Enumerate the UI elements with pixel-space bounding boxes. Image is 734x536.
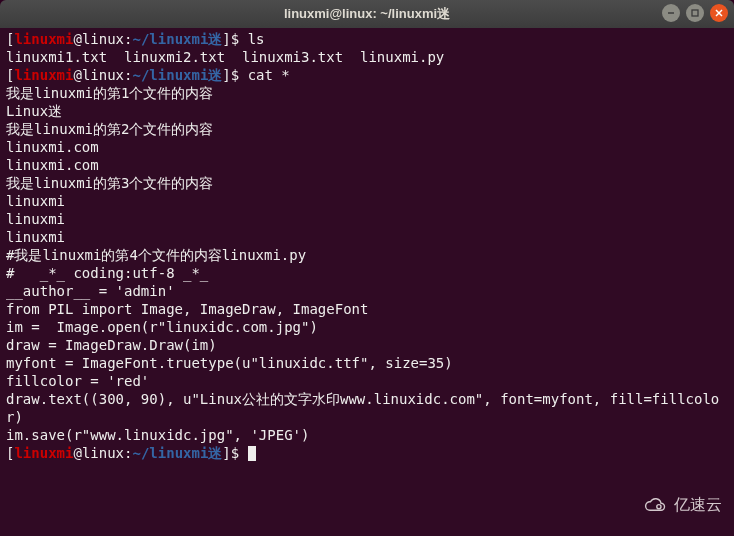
output-line: im = Image.open(r"linuxidc.com.jpg")	[6, 318, 728, 336]
output-line: 我是linuxmi的第1个文件的内容	[6, 84, 728, 102]
output-line: draw = ImageDraw.Draw(im)	[6, 336, 728, 354]
command-text: cat *	[248, 67, 290, 83]
command-text: ls	[248, 31, 265, 47]
prompt-line: [linuxmi@linux:~/linuxmi迷]$ ls	[6, 30, 728, 48]
watermark: 亿速云	[640, 495, 722, 516]
output-line: linuxmi.com	[6, 138, 728, 156]
titlebar: linuxmi@linux: ~/linuxmi迷	[0, 0, 734, 28]
output-line: linuxmi	[6, 228, 728, 246]
maximize-button[interactable]	[686, 4, 704, 22]
output-line: linuxmi	[6, 210, 728, 228]
window-title: linuxmi@linux: ~/linuxmi迷	[284, 5, 450, 23]
terminal-body[interactable]: [linuxmi@linux:~/linuxmi迷]$ lslinuxmi1.t…	[0, 28, 734, 536]
output-line: draw.text((300, 90), u"Linux公社的文字水印www.l…	[6, 390, 728, 426]
output-line: linuxmi1.txt linuxmi2.txt linuxmi3.txt l…	[6, 48, 728, 66]
output-line: 我是linuxmi的第2个文件的内容	[6, 120, 728, 138]
svg-rect-1	[692, 10, 698, 16]
output-line: Linux迷	[6, 102, 728, 120]
output-line: #我是linuxmi的第4个文件的内容linuxmi.py	[6, 246, 728, 264]
output-line: __author__ = 'admin'	[6, 282, 728, 300]
prompt-line: [linuxmi@linux:~/linuxmi迷]$	[6, 444, 728, 462]
output-line: linuxmi	[6, 192, 728, 210]
cloud-icon	[640, 497, 668, 515]
svg-point-4	[657, 504, 661, 508]
output-line: myfont = ImageFont.truetype(u"linuxidc.t…	[6, 354, 728, 372]
output-line: linuxmi.com	[6, 156, 728, 174]
minimize-button[interactable]	[662, 4, 680, 22]
output-line: fillcolor = 'red'	[6, 372, 728, 390]
output-line: from PIL import Image, ImageDraw, ImageF…	[6, 300, 728, 318]
output-line: 我是linuxmi的第3个文件的内容	[6, 174, 728, 192]
prompt-line: [linuxmi@linux:~/linuxmi迷]$ cat *	[6, 66, 728, 84]
output-line: im.save(r"www.linuxidc.jpg", 'JPEG')	[6, 426, 728, 444]
watermark-text: 亿速云	[674, 495, 722, 516]
output-line: # _*_ coding:utf-8 _*_	[6, 264, 728, 282]
close-button[interactable]	[710, 4, 728, 22]
window-controls	[662, 4, 728, 22]
cursor	[248, 446, 256, 461]
